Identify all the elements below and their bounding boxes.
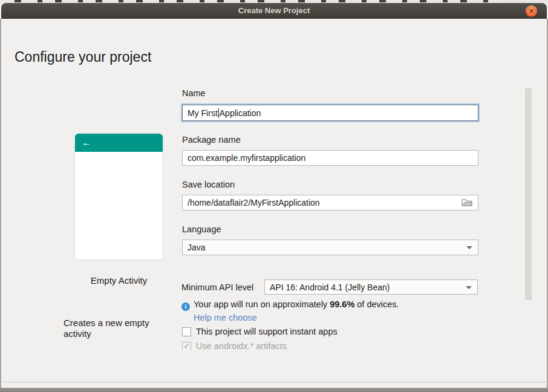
- androidx-row[interactable]: ✓ Use androidx.* artifacts: [182, 341, 287, 350]
- name-value-before-caret: My First: [188, 108, 218, 118]
- activity-preview-thumbnail: ←: [75, 134, 163, 260]
- name-input[interactable]: My First Application: [182, 105, 478, 121]
- instant-apps-checkbox[interactable]: [182, 327, 191, 336]
- close-button[interactable]: ✕: [526, 5, 537, 17]
- api-note-text-before: Your app will run on approximately: [194, 299, 330, 309]
- api-note-percentage: 99.6%: [330, 299, 354, 309]
- activity-description: Creates a new empty activity: [64, 318, 163, 339]
- language-selected-value: Java: [188, 243, 206, 252]
- window-bottom-border: [0, 388, 548, 392]
- api-note-text-after: of devices.: [354, 299, 399, 309]
- chevron-down-icon: [466, 246, 472, 249]
- help-me-choose-link[interactable]: Help me choose: [194, 313, 257, 322]
- min-api-dropdown[interactable]: API 16: Android 4.1 (Jelly Bean): [264, 279, 478, 295]
- package-name-input[interactable]: [182, 150, 478, 166]
- activity-name: Empty Activity: [75, 275, 163, 286]
- window-titlebar: Create New Project ✕: [1, 3, 547, 19]
- androidx-label: Use androidx.* artifacts: [196, 341, 287, 350]
- activity-preview-appbar: ←: [75, 134, 163, 152]
- footer-divider: [2, 382, 548, 382]
- chevron-down-icon: [466, 286, 472, 289]
- folder-browse-icon[interactable]: [462, 198, 472, 207]
- close-icon: ✕: [529, 8, 534, 15]
- page-title: Configure your project: [15, 49, 151, 65]
- language-label: Language: [182, 224, 221, 234]
- vertical-scrollbar-thumb[interactable]: [525, 88, 532, 300]
- androidx-checkbox[interactable]: ✓: [182, 342, 191, 350]
- form-scroll-area: Name My First Application Package name S…: [177, 79, 515, 350]
- check-icon: ✓: [183, 342, 189, 350]
- dialog-body: Configure your project ← Empty Activity …: [0, 19, 548, 388]
- save-location-label: Save location: [182, 180, 235, 189]
- name-label: Name: [182, 88, 206, 98]
- background-window-menu-marks: [15, 0, 498, 2]
- min-api-selected-value: API 16: Android 4.1 (Jelly Bean): [270, 283, 390, 292]
- name-value-after-caret: Application: [220, 108, 261, 118]
- save-location-input[interactable]: [182, 195, 478, 211]
- instant-apps-row[interactable]: This project will support instant apps: [182, 327, 338, 336]
- api-distribution-note: iYour app will run on approximately 99.6…: [181, 299, 399, 311]
- window-title: Create New Project: [1, 6, 547, 15]
- language-dropdown[interactable]: Java: [182, 240, 478, 255]
- back-arrow-icon: ←: [82, 138, 91, 148]
- text-caret: [218, 108, 219, 118]
- package-name-label: Package name: [182, 135, 241, 145]
- instant-apps-label: This project will support instant apps: [196, 327, 338, 336]
- min-api-label: Minimum API level: [181, 283, 253, 292]
- info-icon: i: [181, 302, 190, 311]
